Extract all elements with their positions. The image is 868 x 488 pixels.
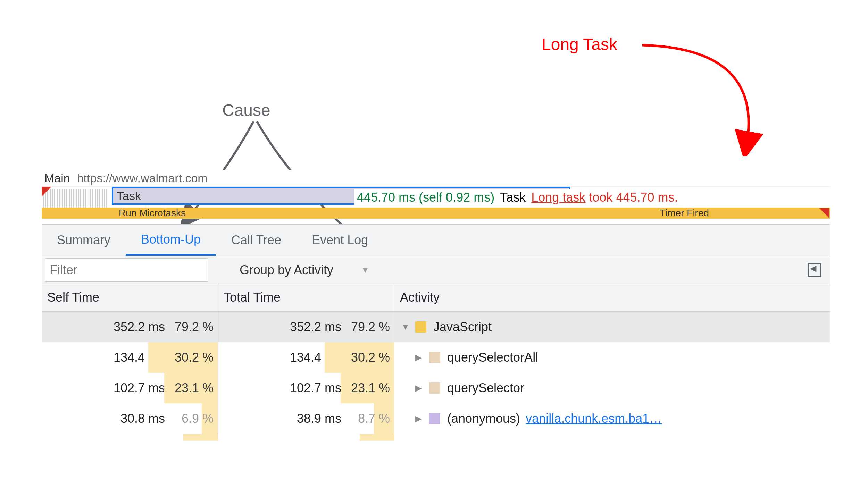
- source-link[interactable]: vanilla.chunk.esm.ba1…: [526, 411, 662, 426]
- total-pct-value: 30.2 %: [345, 350, 394, 365]
- cell-total: 38.9 ms 8.7 %: [218, 403, 394, 434]
- total-pct-value: 79.2 %: [345, 320, 394, 334]
- cell-total: 102.7 ms 23.1 %: [218, 373, 394, 403]
- activity-name: querySelector: [447, 381, 524, 395]
- dom-method-icon: [429, 382, 440, 394]
- table-body: 352.2 ms 79.2 % 352.2 ms 79.2 % ▼ JavaSc…: [42, 312, 830, 441]
- timeline-header: Main https://www.walmart.com Task 445.70…: [42, 170, 830, 222]
- tree-toggle-icon[interactable]: ▶: [415, 383, 424, 393]
- tree-toggle-icon[interactable]: ▶: [415, 414, 424, 423]
- activity-name: JavaScript: [433, 320, 492, 334]
- marker-right-icon: [819, 208, 829, 218]
- filter-row: Group by Activity ▼: [42, 256, 830, 284]
- cell-activity: ▶ (anonymous) vanilla.chunk.esm.ba1…: [394, 403, 830, 434]
- self-pct-value: 30.2 %: [169, 350, 218, 365]
- panel-toggle-icon[interactable]: [808, 263, 821, 277]
- self-time-value: 352.2 ms: [99, 320, 165, 334]
- annotation-long-task: Long Task: [542, 35, 617, 54]
- total-time-value: 352.2 ms: [275, 320, 341, 334]
- anonymous-fn-icon: [429, 413, 440, 424]
- tooltip-duration: 445.70 ms (self 0.92 ms): [357, 190, 494, 204]
- table-row[interactable]: 134.4 ms 30.2 % 134.4 ms 30.2 % ▶ queryS…: [42, 342, 830, 373]
- cell-self: 102.7 ms 23.1 %: [42, 373, 218, 403]
- cell-self: 352.2 ms 79.2 %: [42, 312, 218, 342]
- subtask-row: Run Microtasks Timer Fired: [42, 208, 830, 219]
- pct-bar: [183, 434, 218, 441]
- total-time-value: 38.9 ms: [275, 411, 341, 426]
- table-row[interactable]: 30.8 ms 6.9 % 38.9 ms 8.7 % ▶ (anonymous…: [42, 403, 830, 434]
- dom-method-icon: [429, 352, 440, 363]
- self-pct-value: 6.9 %: [169, 411, 218, 426]
- cell-activity: ▶ querySelector: [394, 373, 830, 403]
- total-time-value: 102.7 ms: [275, 381, 341, 395]
- col-self-time[interactable]: Self Time: [42, 284, 218, 311]
- subtask-right: Timer Fired: [660, 208, 709, 219]
- annotation-cause: Cause: [222, 101, 270, 120]
- filter-input[interactable]: [45, 258, 208, 282]
- tab-call-tree[interactable]: Call Tree: [216, 225, 297, 256]
- activity-name: (anonymous): [447, 411, 520, 426]
- tab-event-log[interactable]: Event Log: [297, 225, 383, 256]
- self-time-value: 30.8 ms: [99, 411, 165, 426]
- activity-name: querySelectorAll: [447, 350, 538, 365]
- col-total-time[interactable]: Total Time: [218, 284, 394, 311]
- tabs-row: Summary Bottom-Up Call Tree Event Log: [42, 224, 830, 256]
- marker-left-icon: [42, 187, 51, 196]
- tab-bottom-up[interactable]: Bottom-Up: [126, 225, 216, 256]
- groupby-label: Group by Activity: [240, 263, 333, 277]
- table-header: Self Time Total Time Activity: [42, 284, 830, 312]
- cell-activity: ▶ querySelectorAll: [394, 342, 830, 373]
- self-pct-value: 79.2 %: [169, 320, 218, 334]
- cell-self: 134.4 ms 30.2 %: [42, 342, 218, 373]
- total-pct-value: 8.7 %: [345, 411, 394, 426]
- tree-toggle-icon[interactable]: ▼: [401, 322, 410, 332]
- javascript-icon: [415, 321, 426, 333]
- thread-url: https://www.walmart.com: [77, 171, 208, 185]
- cell-activity: ▼ JavaScript: [394, 312, 830, 342]
- self-pct-value: 23.1 %: [169, 381, 218, 395]
- table-row[interactable]: 352.2 ms 79.2 % 352.2 ms 79.2 % ▼ JavaSc…: [42, 312, 830, 342]
- pct-bar: [360, 434, 394, 441]
- chevron-down-icon: ▼: [361, 265, 369, 275]
- subtask-left: Run Microtasks: [119, 208, 186, 219]
- table-row[interactable]: 102.7 ms 23.1 % 102.7 ms 23.1 % ▶ queryS…: [42, 373, 830, 403]
- cell-self: 30.8 ms 6.9 %: [42, 403, 218, 434]
- tooltip-longtask-link[interactable]: Long task: [531, 190, 585, 204]
- tab-summary[interactable]: Summary: [42, 225, 126, 256]
- cell-total: 352.2 ms 79.2 %: [218, 312, 394, 342]
- tooltip-suffix: took 445.70 ms.: [589, 190, 678, 204]
- thread-name: Main: [44, 171, 70, 185]
- thread-label: Main https://www.walmart.com: [42, 170, 830, 187]
- task-tooltip: 445.70 ms (self 0.92 ms) Task Long task …: [354, 189, 681, 206]
- groupby-dropdown[interactable]: Group by Activity ▼: [240, 263, 369, 277]
- cell-total: 134.4 ms 30.2 %: [218, 342, 394, 373]
- tooltip-type: Task: [500, 190, 526, 204]
- self-time-value: 102.7 ms: [99, 381, 165, 395]
- tree-toggle-icon[interactable]: ▶: [415, 353, 424, 362]
- total-pct-value: 23.1 %: [345, 381, 394, 395]
- col-activity[interactable]: Activity: [394, 284, 830, 311]
